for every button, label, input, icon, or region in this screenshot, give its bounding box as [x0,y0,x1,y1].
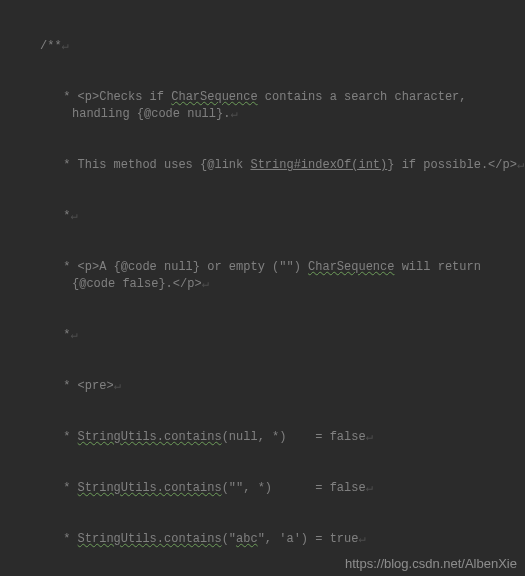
code-line: *↵ [16,208,525,225]
line-end-icon: ↵ [70,209,77,223]
comment-text: ("", *) = false [222,481,366,495]
code-line: * <pre>↵ [16,378,525,395]
comment-text: * [56,532,78,546]
javadoc-link: String#indexOf(int) [250,158,387,172]
line-end-icon: ↵ [366,430,373,444]
code-line: * This method uses {@link String#indexOf… [16,157,525,174]
comment-text: ", 'a') = true [258,532,359,546]
line-end-icon: ↵ [62,39,69,53]
code-line: *↵ [16,327,525,344]
line-end-icon: ↵ [230,107,237,121]
typo-word: StringUtils.contains [78,532,222,546]
typo-word: StringUtils.contains [78,481,222,495]
comment-text: * [56,328,70,342]
comment-text: } if possible.</p> [387,158,517,172]
line-end-icon: ↵ [358,532,365,546]
code-line: * <p>Checks if CharSequence contains a s… [32,89,525,123]
comment-text: * [56,209,70,223]
code-editor[interactable]: /**↵ * <p>Checks if CharSequence contain… [0,0,525,576]
line-end-icon: ↵ [202,277,209,291]
comment-text: * <p>Checks if [56,90,171,104]
comment-text: * <pre> [56,379,114,393]
comment-text: * [56,481,78,495]
comment-text: /** [40,39,62,53]
watermark-text: https://blog.csdn.net/AlbenXie [345,555,517,572]
comment-text: (null, *) = false [222,430,366,444]
comment-text: * <p>A {@code null} or empty ("") [56,260,308,274]
comment-text: (" [222,532,236,546]
typo-word: CharSequence [308,260,394,274]
line-end-icon: ↵ [366,481,373,495]
typo-word: abc [236,532,258,546]
comment-text: * This method uses {@link [56,158,250,172]
typo-word: StringUtils.contains [78,430,222,444]
line-end-icon: ↵ [70,328,77,342]
code-line: * StringUtils.contains("abc", 'a') = tru… [16,531,525,548]
line-end-icon: ↵ [114,379,121,393]
code-line: /**↵ [16,38,525,55]
code-line: * StringUtils.contains("", *) = false↵ [16,480,525,497]
comment-text: * [56,430,78,444]
code-line: * <p>A {@code null} or empty ("") CharSe… [32,259,525,293]
typo-word: CharSequence [171,90,257,104]
code-line: * StringUtils.contains(null, *) = false↵ [16,429,525,446]
line-end-icon: ↵ [517,158,524,172]
